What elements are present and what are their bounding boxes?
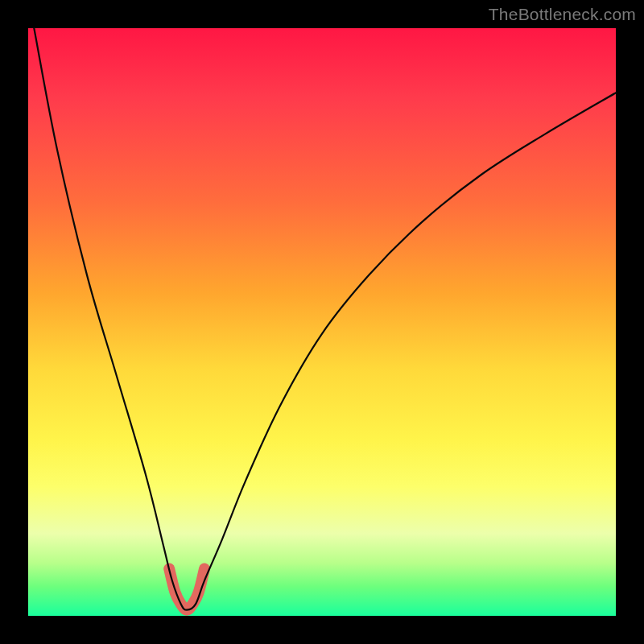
bottleneck-curve	[34, 28, 616, 610]
chart-plot-area	[28, 28, 616, 616]
watermark-text: TheBottleneck.com	[489, 5, 636, 24]
outer-frame: TheBottleneck.com	[0, 0, 644, 644]
chart-svg	[28, 28, 616, 616]
